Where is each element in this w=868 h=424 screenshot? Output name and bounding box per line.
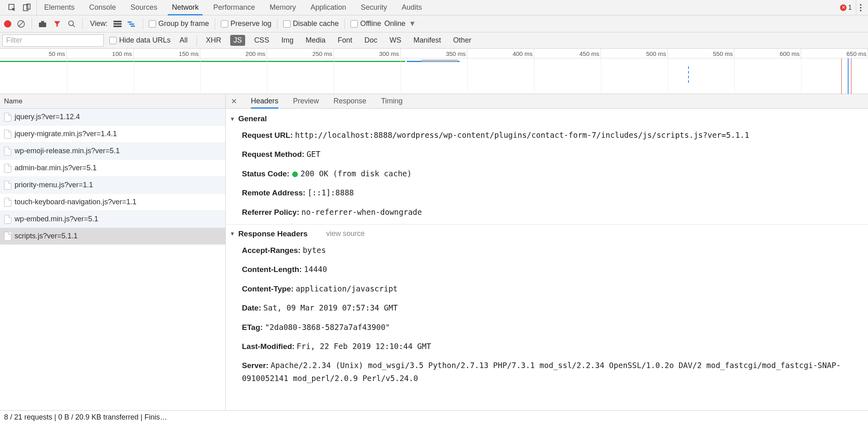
- close-icon[interactable]: ✕: [229, 97, 239, 106]
- throttling-select[interactable]: Online: [385, 19, 406, 28]
- triangle-down-icon: ▼: [230, 231, 235, 237]
- offline-checkbox[interactable]: Offline: [351, 19, 381, 28]
- header-value: application/javascript: [296, 284, 398, 293]
- header-key: Remote Address:: [242, 188, 308, 197]
- triangle-down-icon: ▼: [230, 116, 235, 122]
- group-by-frame-checkbox[interactable]: Group by frame: [149, 19, 209, 28]
- status-bar: 8 / 21 requests | 0 B / 20.9 KB transfer…: [0, 410, 868, 424]
- record-button[interactable]: [4, 20, 11, 28]
- type-filter-other[interactable]: Other: [450, 35, 475, 46]
- dom-content-marker: [688, 66, 689, 83]
- tab-performance[interactable]: Performance: [206, 0, 262, 15]
- devtools-main-tabs: ElementsConsoleSourcesNetworkPerformance…: [0, 0, 868, 15]
- timeline-gridline: [134, 58, 134, 94]
- disable-cache-checkbox[interactable]: Disable cache: [283, 19, 339, 28]
- filter-bar: Hide data URLs AllXHRJSCSSImgMediaFontDo…: [0, 32, 868, 49]
- clear-button[interactable]: [16, 19, 26, 29]
- detail-pane: ✕ HeadersPreviewResponseTiming ▼ General…: [226, 94, 868, 410]
- tab-security[interactable]: Security: [353, 0, 394, 15]
- request-row[interactable]: admin-bar.min.js?ver=5.1: [0, 160, 225, 177]
- type-filter-xhr[interactable]: XHR: [203, 35, 224, 46]
- search-icon[interactable]: [67, 19, 77, 29]
- request-row[interactable]: wp-emoji-release.min.js?ver=5.1: [0, 143, 225, 160]
- detail-tab-preview[interactable]: Preview: [293, 94, 319, 108]
- type-filter-doc[interactable]: Doc: [361, 35, 381, 46]
- waterfall-view-icon[interactable]: [127, 19, 137, 29]
- error-count-badge[interactable]: ✕ 1: [840, 4, 852, 11]
- detail-tab-headers[interactable]: Headers: [251, 94, 278, 108]
- svg-line-4: [19, 21, 24, 26]
- request-row[interactable]: wp-embed.min.js?ver=5.1: [0, 211, 225, 228]
- response-headers-kv-list: Accept-Ranges: bytesContent-Length: 1444…: [226, 241, 868, 388]
- tab-application[interactable]: Application: [303, 0, 353, 15]
- filter-icon[interactable]: [52, 19, 62, 29]
- inspect-element-icon[interactable]: [7, 3, 17, 13]
- chevron-down-icon[interactable]: ▼: [409, 19, 416, 28]
- tab-elements[interactable]: Elements: [37, 0, 82, 15]
- file-icon: [4, 113, 11, 122]
- capture-screenshots-icon[interactable]: [38, 19, 47, 29]
- request-row[interactable]: scripts.js?ver=5.1.1: [0, 228, 225, 245]
- tab-memory[interactable]: Memory: [262, 0, 303, 15]
- request-row[interactable]: jquery.js?ver=1.12.4: [0, 109, 225, 126]
- timeline-ruler: 50 ms100 ms150 ms200 ms250 ms300 ms350 m…: [0, 49, 868, 58]
- header-value: GET: [306, 150, 320, 158]
- timeline-gridline: [67, 58, 67, 94]
- type-filter-media[interactable]: Media: [302, 35, 329, 46]
- header-key: Server:: [242, 361, 271, 370]
- headers-panel: ▼ General Request URL: http://localhost:…: [226, 109, 868, 410]
- file-icon: [4, 147, 11, 156]
- svg-rect-12: [128, 21, 132, 23]
- large-rows-icon[interactable]: [113, 19, 122, 29]
- header-row: Content-Length: 14440: [226, 260, 868, 279]
- type-filter-img[interactable]: Img: [278, 35, 297, 46]
- filter-input[interactable]: [2, 34, 104, 47]
- tab-audits[interactable]: Audits: [394, 0, 429, 15]
- separator: [197, 35, 197, 46]
- header-row: Request URL: http://localhost:8888/wordp…: [226, 126, 868, 145]
- svg-rect-13: [129, 24, 134, 25]
- header-row: Referrer Policy: no-referrer-when-downgr…: [226, 203, 868, 222]
- svg-point-7: [69, 21, 74, 26]
- type-filter-ws[interactable]: WS: [386, 35, 404, 46]
- type-filter-all[interactable]: All: [176, 35, 191, 46]
- detail-tab-response[interactable]: Response: [334, 94, 366, 108]
- timeline-bar: [421, 60, 458, 62]
- tab-network[interactable]: Network: [165, 0, 206, 15]
- view-source-link[interactable]: view source: [326, 229, 365, 238]
- type-filter-manifest[interactable]: Manifest: [410, 35, 444, 46]
- request-row[interactable]: priority-menu.js?ver=1.1: [0, 177, 225, 194]
- more-menu-icon[interactable]: [856, 0, 865, 15]
- type-filter-font[interactable]: Font: [334, 35, 355, 46]
- detail-tabs: ✕ HeadersPreviewResponseTiming: [226, 94, 868, 109]
- request-row[interactable]: touch-keyboard-navigation.js?ver=1.1: [0, 194, 225, 211]
- request-name: wp-embed.min.js?ver=5.1: [15, 215, 98, 223]
- general-section-header[interactable]: ▼ General: [226, 112, 868, 126]
- tab-console[interactable]: Console: [82, 0, 123, 15]
- request-row[interactable]: jquery-migrate.min.js?ver=1.4.1: [0, 126, 225, 143]
- separator: [215, 18, 215, 30]
- type-filter-css[interactable]: CSS: [251, 35, 272, 46]
- preserve-log-checkbox[interactable]: Preserve log: [221, 19, 272, 28]
- header-row: Server: Apache/2.2.34 (Unix) mod_wsgi/3.…: [226, 356, 868, 388]
- name-column-header[interactable]: Name: [0, 94, 225, 109]
- view-label: View:: [90, 19, 108, 28]
- header-key: Last-Modified:: [242, 342, 297, 351]
- timeline-tick: 500 ms: [601, 49, 668, 58]
- timeline-overview[interactable]: 50 ms100 ms150 ms200 ms250 ms300 ms350 m…: [0, 49, 868, 94]
- timeline-tick: 250 ms: [267, 49, 334, 58]
- response-headers-section-header[interactable]: ▼ Response Headers view source: [226, 227, 868, 241]
- header-value: [::1]:8888: [308, 188, 354, 197]
- device-toggle-icon[interactable]: [22, 3, 32, 13]
- detail-tab-timing[interactable]: Timing: [381, 94, 402, 108]
- timeline-gridline: [334, 58, 334, 94]
- header-key: ETag:: [242, 323, 265, 332]
- hide-data-urls-checkbox[interactable]: Hide data URLs: [109, 36, 171, 45]
- timeline-gridline: [467, 58, 468, 94]
- request-name: scripts.js?ver=5.1.1: [15, 232, 78, 240]
- timeline-tick: 150 ms: [134, 49, 201, 58]
- type-filter-js[interactable]: JS: [230, 35, 245, 46]
- header-value: bytes: [303, 246, 326, 255]
- tab-sources[interactable]: Sources: [123, 0, 165, 15]
- header-row: ETag: "2da080-3868-5827a7af43900": [226, 318, 868, 337]
